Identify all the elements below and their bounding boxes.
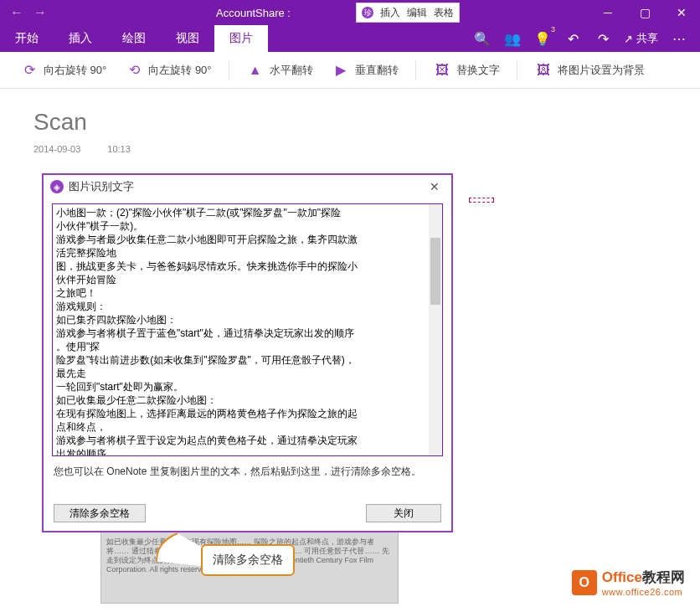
- ocr-line: 在现有探险地图上，选择距离最远的两格黄色格子作为探险之旅的起: [56, 407, 439, 420]
- ocr-line: 出发的顺序。: [56, 447, 439, 456]
- addon-mini-toolbar[interactable]: 珍 插入 编辑 表格: [356, 3, 460, 23]
- page-meta: 2014-09-03 10:13: [33, 144, 667, 154]
- page-date: 2014-09-03: [33, 144, 80, 154]
- ocr-line: 最先走: [56, 367, 439, 380]
- search-icon[interactable]: 🔍: [473, 26, 492, 51]
- app-title: AccountShare :: [216, 7, 291, 19]
- forward-arrow-icon[interactable]: →: [28, 0, 52, 25]
- more-icon[interactable]: ⋯: [670, 26, 688, 51]
- picture-toolbar: ⟳向右旋转 90° ⟲向左旋转 90° ▲水平翻转 ▶垂直翻转 🖾替换文字 🖼将…: [0, 52, 700, 89]
- ocr-line: 之旅吧！: [56, 286, 439, 300]
- dialog-titlebar: ◈ 图片识别文字 ✕: [44, 175, 451, 198]
- undo-icon[interactable]: ↶: [564, 26, 582, 51]
- ocr-line: 小伙伴"棋子一款)。: [56, 219, 439, 233]
- ocr-line: 游戏参与者将棋子置于蓝色"start"处，通过猜拳决定玩家出发的顺序: [56, 327, 439, 340]
- tab-picture[interactable]: 图片: [214, 25, 268, 52]
- close-button[interactable]: ✕: [663, 0, 700, 25]
- flip-v-button[interactable]: ▶垂直翻转: [327, 58, 404, 83]
- ocr-dialog: ◈ 图片识别文字 ✕ 小地图一款；(2)"探险小伙伴"棋子二款(或"探险罗盘"一…: [42, 173, 453, 532]
- gem-icon: 珍: [362, 7, 373, 18]
- wm-brand1: Office: [602, 569, 642, 585]
- alt-text-label: 替换文字: [456, 63, 500, 78]
- alt-text-button[interactable]: 🖾替换文字: [428, 58, 505, 83]
- flip-h-label: 水平翻转: [270, 63, 313, 78]
- tab-view[interactable]: 视图: [161, 25, 214, 52]
- dialog-hint: 您也可以在 OneNote 里复制图片里的文本，然后粘贴到这里，进行清除多余空格…: [52, 465, 443, 479]
- page-title[interactable]: Scan: [33, 109, 667, 136]
- ocr-line: 。使用"探: [56, 340, 439, 353]
- alt-text-icon: 🖾: [433, 61, 451, 80]
- page-content: Scan 2014-09-03 10:13: [0, 89, 700, 174]
- ocr-line: 点和终点，: [56, 420, 439, 434]
- dialog-close-btn[interactable]: 关闭: [366, 504, 441, 522]
- share-button[interactable]: ↗ 共享: [624, 31, 658, 46]
- share-label: 共享: [636, 31, 658, 46]
- notification-icon[interactable]: 💡3: [533, 26, 552, 51]
- separator: [517, 60, 517, 80]
- rotate-right-icon: ⟳: [20, 61, 39, 80]
- title-bar: ← → AccountShare : xxxxxxxxxxxxxxxx nes …: [0, 0, 700, 25]
- annotation-callout: 清除多余空格: [201, 544, 295, 576]
- mini-table[interactable]: 表格: [434, 6, 454, 20]
- rotate-right-label: 向右旋转 90°: [44, 63, 106, 78]
- dialog-title: 图片识别文字: [69, 179, 134, 194]
- wm-brand2: 教程网: [642, 569, 685, 585]
- watermark-brand: Office教程网: [602, 568, 685, 587]
- window-controls: ─ ▢ ✕: [589, 0, 700, 25]
- rotate-right-button[interactable]: ⟳向右旋转 90°: [15, 58, 111, 83]
- dialog-close-button[interactable]: ✕: [425, 180, 445, 193]
- dialog-body: 小地图一款；(2)"探险小伙伴"棋子二款(或"探险罗盘"一款加"探险小伙伴"棋子…: [44, 198, 451, 531]
- page-time: 10:13: [107, 144, 131, 154]
- watermark: O Office教程网 www.office26.com: [572, 568, 685, 597]
- tab-draw[interactable]: 绘图: [107, 25, 161, 52]
- meeting-icon[interactable]: 👥: [503, 26, 522, 51]
- maximize-button[interactable]: ▢: [626, 0, 663, 25]
- ocr-line: 如已收集最少任意二款探险小地图：: [56, 393, 439, 407]
- back-arrow-icon[interactable]: ←: [5, 0, 28, 25]
- redo-icon[interactable]: ↷: [594, 26, 612, 51]
- watermark-logo-icon: O: [572, 570, 597, 595]
- flip-v-icon: ▶: [332, 61, 350, 80]
- ribbon-right: 🔍 👥 💡3 ↶ ↷ ↗ 共享 ⋯: [473, 25, 700, 52]
- watermark-url: www.office26.com: [602, 587, 685, 597]
- ocr-line: 一轮回到"start"处即为赢家。: [56, 380, 439, 393]
- ocr-text-area[interactable]: 小地图一款；(2)"探险小伙伴"棋子二款(或"探险罗盘"一款加"探险小伙伴"棋子…: [52, 203, 443, 456]
- set-bg-button[interactable]: 🖼将图片设置为背景: [529, 58, 650, 83]
- title-center: AccountShare : xxxxxxxxxxxxxxxx nes lint…: [57, 7, 589, 19]
- ocr-line: 险罗盘"转出前进步数(如未收集到"探险罗盘"，可用任意骰子代替)，: [56, 353, 439, 367]
- ocr-line: 游戏参与者最少收集任意二款小地图即可开启探险之旅，集齐四款激: [56, 233, 439, 246]
- flip-v-label: 垂直翻转: [355, 63, 399, 78]
- set-bg-icon: 🖼: [534, 61, 553, 80]
- flip-h-button[interactable]: ▲水平翻转: [241, 58, 318, 83]
- ribbon-tabs: 开始 插入 绘图 视图 图片 🔍 👥 💡3 ↶ ↷ ↗ 共享 ⋯: [0, 25, 700, 52]
- rotate-left-button[interactable]: ⟲向左旋转 90°: [120, 58, 216, 83]
- rotate-left-label: 向左旋转 90°: [148, 63, 211, 78]
- ocr-line: 活完整探险地: [56, 246, 439, 260]
- scrollbar[interactable]: [429, 204, 442, 455]
- separator: [229, 60, 229, 80]
- ocr-line: 伙伴开始冒险: [56, 273, 439, 286]
- flip-h-icon: ▲: [246, 61, 265, 80]
- minimize-button[interactable]: ─: [589, 0, 626, 25]
- clear-spaces-button[interactable]: 清除多余空格: [54, 504, 146, 522]
- set-bg-label: 将图片设置为背景: [558, 63, 645, 78]
- gem-icon: ◈: [50, 180, 64, 193]
- ocr-line: 游戏参与者将棋子置于设定为起点的黄色格子处，通过猜拳决定玩家: [56, 434, 439, 447]
- empty-container-marker: [469, 198, 494, 203]
- separator: [415, 60, 416, 80]
- notification-count: 3: [551, 25, 555, 33]
- tab-home[interactable]: 开始: [0, 25, 54, 52]
- ocr-line: 游戏规则：: [56, 300, 439, 313]
- mini-edit[interactable]: 编辑: [407, 6, 427, 20]
- tab-insert[interactable]: 插入: [54, 25, 107, 52]
- dialog-buttons: 清除多余空格 关闭: [52, 504, 443, 522]
- mini-insert[interactable]: 插入: [380, 6, 400, 20]
- nav-arrows: ← →: [0, 0, 57, 25]
- rotate-left-icon: ⟲: [125, 61, 143, 80]
- ocr-line: 如已集齐四款探险小地图：: [56, 313, 439, 327]
- ocr-line: 图，挑战更多关卡，与爸爸妈妈尽情欢乐。快来挑选你手中的探险小: [56, 260, 439, 273]
- scroll-thumb[interactable]: [430, 238, 440, 305]
- ocr-line: 小地图一款；(2)"探险小伙伴"棋子二款(或"探险罗盘"一款加"探险: [56, 206, 439, 219]
